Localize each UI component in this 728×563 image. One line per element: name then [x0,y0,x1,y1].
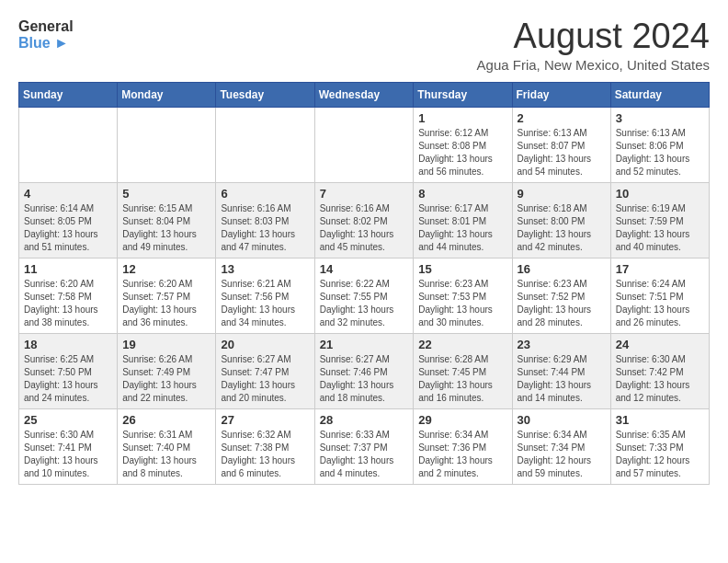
day-number: 7 [320,187,409,201]
day-number: 19 [122,338,210,351]
day-number: 18 [24,338,112,351]
day-number: 12 [122,262,210,276]
day-info: Sunrise: 6:16 AM Sunset: 8:02 PM Dayligh… [320,202,409,254]
day-info: Sunrise: 6:16 AM Sunset: 8:03 PM Dayligh… [221,202,309,254]
day-number: 3 [616,111,704,125]
day-info: Sunrise: 6:14 AM Sunset: 8:05 PM Dayligh… [24,202,112,254]
day-info: Sunrise: 6:29 AM Sunset: 7:44 PM Dayligh… [518,353,606,405]
calendar-week-row: 4Sunrise: 6:14 AM Sunset: 8:05 PM Daylig… [19,183,710,259]
day-number: 31 [616,413,704,427]
calendar-week-row: 11Sunrise: 6:20 AM Sunset: 7:58 PM Dayli… [19,259,710,334]
day-number: 9 [518,187,606,201]
day-info: Sunrise: 6:34 AM Sunset: 7:34 PM Dayligh… [518,429,606,480]
calendar-cell: 9Sunrise: 6:18 AM Sunset: 8:00 PM Daylig… [512,183,610,259]
calendar-cell: 26Sunrise: 6:31 AM Sunset: 7:40 PM Dayli… [118,409,216,485]
day-info: Sunrise: 6:35 AM Sunset: 7:33 PM Dayligh… [616,429,704,480]
day-info: Sunrise: 6:24 AM Sunset: 7:51 PM Dayligh… [616,278,704,329]
day-number: 23 [518,338,606,351]
calendar-cell: 11Sunrise: 6:20 AM Sunset: 7:58 PM Dayli… [19,259,118,334]
weekday-header-wednesday: Wednesday [314,83,414,108]
day-number: 25 [24,413,112,427]
calendar-cell [118,108,216,183]
calendar-cell: 18Sunrise: 6:25 AM Sunset: 7:50 PM Dayli… [19,334,118,409]
day-info: Sunrise: 6:23 AM Sunset: 7:52 PM Dayligh… [518,278,606,329]
day-number: 21 [320,338,409,351]
calendar-cell: 10Sunrise: 6:19 AM Sunset: 7:59 PM Dayli… [610,183,709,259]
calendar-cell: 5Sunrise: 6:15 AM Sunset: 8:04 PM Daylig… [118,183,216,259]
calendar-cell: 31Sunrise: 6:35 AM Sunset: 7:33 PM Dayli… [610,409,709,485]
day-info: Sunrise: 6:21 AM Sunset: 7:56 PM Dayligh… [221,278,309,329]
day-info: Sunrise: 6:13 AM Sunset: 8:06 PM Dayligh… [616,127,704,178]
day-number: 5 [122,187,210,201]
day-number: 20 [221,338,309,351]
calendar-cell [19,108,118,183]
calendar-week-row: 25Sunrise: 6:30 AM Sunset: 7:41 PM Dayli… [19,409,710,485]
day-number: 17 [616,262,704,276]
day-info: Sunrise: 6:31 AM Sunset: 7:40 PM Dayligh… [122,429,210,480]
page-header: General Blue ► August 2024 Agua Fria, Ne… [18,18,710,73]
day-number: 26 [122,413,210,427]
calendar-cell [314,108,414,183]
day-info: Sunrise: 6:28 AM Sunset: 7:45 PM Dayligh… [418,353,506,405]
title-section: August 2024 Agua Fria, New Mexico, Unite… [477,18,710,73]
calendar-cell: 21Sunrise: 6:27 AM Sunset: 7:46 PM Dayli… [314,334,414,409]
day-info: Sunrise: 6:17 AM Sunset: 8:01 PM Dayligh… [418,202,506,254]
calendar-cell: 16Sunrise: 6:23 AM Sunset: 7:52 PM Dayli… [512,259,610,334]
calendar-cell: 20Sunrise: 6:27 AM Sunset: 7:47 PM Dayli… [216,334,314,409]
day-number: 4 [24,187,112,201]
calendar-cell: 6Sunrise: 6:16 AM Sunset: 8:03 PM Daylig… [216,183,314,259]
day-info: Sunrise: 6:20 AM Sunset: 7:58 PM Dayligh… [24,278,112,329]
calendar-cell: 24Sunrise: 6:30 AM Sunset: 7:42 PM Dayli… [610,334,709,409]
logo-wordmark: General Blue ► [18,18,74,51]
calendar-cell: 29Sunrise: 6:34 AM Sunset: 7:36 PM Dayli… [414,409,512,485]
day-number: 28 [320,413,409,427]
calendar-cell: 19Sunrise: 6:26 AM Sunset: 7:49 PM Dayli… [118,334,216,409]
calendar-week-row: 18Sunrise: 6:25 AM Sunset: 7:50 PM Dayli… [19,334,710,409]
calendar-cell: 30Sunrise: 6:34 AM Sunset: 7:34 PM Dayli… [512,409,610,485]
calendar-cell: 8Sunrise: 6:17 AM Sunset: 8:01 PM Daylig… [414,183,512,259]
day-number: 10 [616,187,704,201]
day-info: Sunrise: 6:27 AM Sunset: 7:46 PM Dayligh… [320,353,409,405]
calendar-cell: 22Sunrise: 6:28 AM Sunset: 7:45 PM Dayli… [414,334,512,409]
day-number: 16 [518,262,606,276]
weekday-header-row: SundayMondayTuesdayWednesdayThursdayFrid… [19,83,710,108]
calendar-cell: 17Sunrise: 6:24 AM Sunset: 7:51 PM Dayli… [610,259,709,334]
day-info: Sunrise: 6:22 AM Sunset: 7:55 PM Dayligh… [320,278,409,329]
day-info: Sunrise: 6:30 AM Sunset: 7:41 PM Dayligh… [24,429,112,480]
day-number: 29 [418,413,506,427]
day-number: 1 [418,111,506,125]
calendar-cell: 14Sunrise: 6:22 AM Sunset: 7:55 PM Dayli… [314,259,414,334]
day-number: 11 [24,262,112,276]
day-info: Sunrise: 6:27 AM Sunset: 7:47 PM Dayligh… [221,353,309,405]
weekday-header-friday: Friday [512,83,610,108]
calendar-cell: 15Sunrise: 6:23 AM Sunset: 7:53 PM Dayli… [414,259,512,334]
weekday-header-tuesday: Tuesday [216,83,314,108]
weekday-header-thursday: Thursday [414,83,512,108]
day-number: 13 [221,262,309,276]
calendar-cell: 13Sunrise: 6:21 AM Sunset: 7:56 PM Dayli… [216,259,314,334]
day-info: Sunrise: 6:32 AM Sunset: 7:38 PM Dayligh… [221,429,309,480]
day-number: 15 [418,262,506,276]
calendar-cell: 23Sunrise: 6:29 AM Sunset: 7:44 PM Dayli… [512,334,610,409]
calendar-cell: 3Sunrise: 6:13 AM Sunset: 8:06 PM Daylig… [610,108,709,183]
month-year-title: August 2024 [477,18,710,53]
day-info: Sunrise: 6:23 AM Sunset: 7:53 PM Dayligh… [418,278,506,329]
day-info: Sunrise: 6:33 AM Sunset: 7:37 PM Dayligh… [320,429,409,480]
day-info: Sunrise: 6:19 AM Sunset: 7:59 PM Dayligh… [616,202,704,254]
calendar-cell: 2Sunrise: 6:13 AM Sunset: 8:07 PM Daylig… [512,108,610,183]
calendar-cell: 28Sunrise: 6:33 AM Sunset: 7:37 PM Dayli… [314,409,414,485]
calendar-cell: 25Sunrise: 6:30 AM Sunset: 7:41 PM Dayli… [19,409,118,485]
weekday-header-saturday: Saturday [610,83,709,108]
calendar-cell [216,108,314,183]
day-number: 14 [320,262,409,276]
location-subtitle: Agua Fria, New Mexico, United States [477,57,710,73]
day-info: Sunrise: 6:18 AM Sunset: 8:00 PM Dayligh… [518,202,606,254]
day-info: Sunrise: 6:34 AM Sunset: 7:36 PM Dayligh… [418,429,506,480]
day-info: Sunrise: 6:15 AM Sunset: 8:04 PM Dayligh… [122,202,210,254]
calendar-cell: 4Sunrise: 6:14 AM Sunset: 8:05 PM Daylig… [19,183,118,259]
weekday-header-monday: Monday [118,83,216,108]
day-number: 24 [616,338,704,351]
day-info: Sunrise: 6:13 AM Sunset: 8:07 PM Dayligh… [518,127,606,178]
calendar-cell: 27Sunrise: 6:32 AM Sunset: 7:38 PM Dayli… [216,409,314,485]
logo: General Blue ► [18,18,74,51]
